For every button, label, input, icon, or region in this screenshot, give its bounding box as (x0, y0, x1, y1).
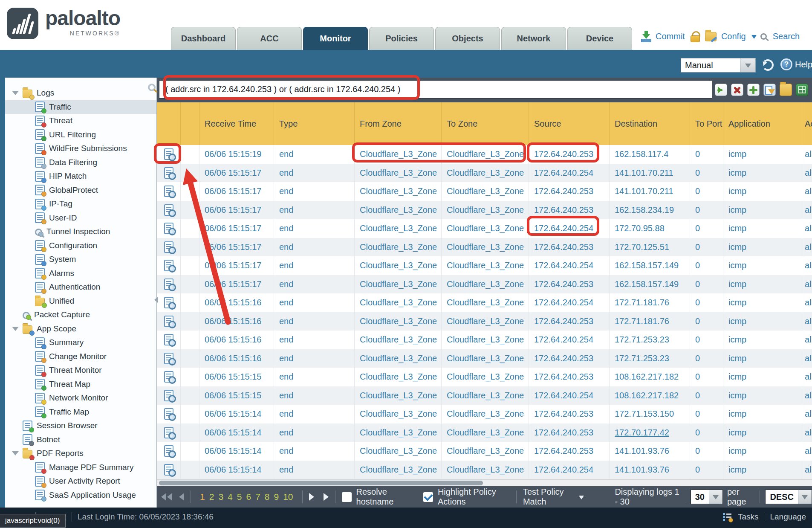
receive-time-cell[interactable]: 06/06 15:15:17 (199, 219, 274, 238)
receive-time-cell[interactable]: 06/06 15:15:16 (199, 331, 274, 349)
to-port-cell[interactable]: 0 (690, 386, 723, 405)
to-zone-cell[interactable]: Cloudflare_L3_Zone (442, 461, 529, 479)
log-detail-icon[interactable] (164, 223, 173, 234)
next-page-button[interactable] (309, 493, 314, 501)
action-cell[interactable]: allow (802, 219, 812, 238)
application-cell[interactable]: icmp (723, 219, 802, 238)
destination-cell[interactable]: 108.162.217.182 (610, 386, 690, 405)
action-cell[interactable]: allow (802, 238, 812, 257)
source-cell[interactable]: 172.64.240.253 (529, 182, 610, 201)
source-cell[interactable]: 172.64.240.253 (529, 145, 610, 164)
action-cell[interactable]: allow (802, 349, 812, 368)
expand-triangle-icon[interactable] (12, 327, 19, 331)
to-zone-cell[interactable]: Cloudflare_L3_Zone (442, 164, 529, 183)
receive-time-cell[interactable]: 06/06 15:15:15 (199, 368, 274, 386)
application-cell[interactable]: icmp (723, 238, 802, 257)
search-button[interactable]: Search (773, 32, 800, 41)
page-number-2[interactable]: 2 (208, 492, 216, 502)
config-button[interactable]: Config (721, 32, 746, 41)
application-cell[interactable]: icmp (723, 331, 802, 349)
add-filter-icon[interactable] (747, 84, 760, 96)
to-zone-cell[interactable]: Cloudflare_L3_Zone (442, 293, 529, 312)
column-header-action[interactable]: Action (802, 102, 812, 145)
help-icon[interactable] (780, 58, 792, 70)
log-detail-icon[interactable] (164, 408, 173, 420)
log-detail-icon[interactable] (164, 148, 173, 160)
destination-cell[interactable]: 108.162.217.182 (610, 368, 690, 386)
from-zone-cell[interactable]: Cloudflare_L3_Zone (355, 256, 442, 275)
sort-order-dropdown-button[interactable] (798, 490, 812, 504)
refresh-icon[interactable] (762, 59, 774, 71)
sidebar-item-summary[interactable]: Summary (5, 336, 156, 350)
highlight-policy-actions-checkbox[interactable] (423, 492, 433, 502)
log-detail-icon[interactable] (164, 167, 173, 179)
destination-cell[interactable]: 172.71.153.150 (610, 405, 690, 424)
to-port-cell[interactable]: 0 (690, 256, 723, 275)
sidebar-item-packet-capture[interactable]: Packet Capture (5, 308, 156, 322)
action-cell[interactable]: allow (802, 256, 812, 275)
page-number-9[interactable]: 9 (272, 492, 281, 502)
type-cell[interactable]: end (274, 164, 355, 183)
from-zone-cell[interactable]: Cloudflare_L3_Zone (355, 461, 442, 479)
filter-query-input[interactable]: ( addr.src in 172.64.240.253 ) or ( addr… (159, 80, 712, 99)
type-cell[interactable]: end (274, 201, 355, 220)
type-cell[interactable]: end (274, 293, 355, 312)
from-zone-cell[interactable]: Cloudflare_L3_Zone (355, 312, 442, 331)
to-port-cell[interactable]: 0 (690, 442, 723, 461)
tab-dashboard[interactable]: Dashboard (171, 27, 236, 50)
destination-cell[interactable]: 141.101.70.211 (610, 164, 690, 183)
tasks-button[interactable]: Tasks (738, 512, 759, 522)
column-header-to-zone[interactable]: To Zone (442, 102, 529, 145)
from-zone-cell[interactable]: Cloudflare_L3_Zone (355, 182, 442, 201)
sidebar-item-threat-monitor[interactable]: Threat Monitor (5, 363, 156, 377)
page-number-5[interactable]: 5 (235, 492, 244, 502)
to-port-cell[interactable]: 0 (690, 368, 723, 386)
to-zone-cell[interactable]: Cloudflare_L3_Zone (442, 331, 529, 349)
expand-triangle-icon[interactable] (12, 91, 19, 95)
action-cell[interactable]: allow (802, 424, 812, 442)
to-zone-cell[interactable]: Cloudflare_L3_Zone (442, 275, 529, 294)
to-zone-cell[interactable]: Cloudflare_L3_Zone (442, 405, 529, 424)
destination-cell[interactable]: 141.101.93.76 (610, 461, 690, 479)
action-cell[interactable]: allow (802, 293, 812, 312)
source-cell[interactable]: 172.64.240.254 (529, 219, 610, 238)
receive-time-cell[interactable]: 06/06 15:15:17 (199, 201, 274, 220)
type-cell[interactable]: end (274, 368, 355, 386)
page-number-4[interactable]: 4 (226, 492, 234, 502)
tab-policies[interactable]: Policies (369, 27, 434, 50)
from-zone-cell[interactable]: Cloudflare_L3_Zone (355, 349, 442, 368)
highlight-policy-actions-label[interactable]: Highlight Policy Actions (438, 487, 510, 507)
application-cell[interactable]: icmp (723, 182, 802, 201)
log-detail-icon[interactable] (164, 334, 173, 345)
refresh-mode-select[interactable]: Manual (681, 58, 756, 73)
application-cell[interactable]: icmp (723, 293, 802, 312)
to-zone-cell[interactable]: Cloudflare_L3_Zone (442, 386, 529, 405)
sidebar-item-logs[interactable]: Logs (5, 86, 156, 100)
action-cell[interactable]: allow (802, 461, 812, 479)
receive-time-cell[interactable]: 06/06 15:15:14 (199, 405, 274, 424)
column-header-type[interactable]: Type (274, 102, 355, 145)
application-cell[interactable]: icmp (723, 424, 802, 442)
action-cell[interactable]: allow (802, 331, 812, 349)
sidebar-item-session-browser[interactable]: Session Browser (5, 419, 156, 433)
to-port-cell[interactable]: 0 (690, 349, 723, 368)
sidebar-item-authentication[interactable]: Authentication (5, 280, 156, 294)
to-zone-cell[interactable]: Cloudflare_L3_Zone (442, 312, 529, 331)
from-zone-cell[interactable]: Cloudflare_L3_Zone (355, 442, 442, 461)
source-cell[interactable]: 172.64.240.254 (529, 331, 610, 349)
to-zone-cell[interactable]: Cloudflare_L3_Zone (442, 256, 529, 275)
to-zone-cell[interactable]: Cloudflare_L3_Zone (442, 201, 529, 220)
destination-cell[interactable]: 172.71.181.76 (610, 293, 690, 312)
action-cell[interactable]: allow (802, 275, 812, 294)
destination-cell[interactable]: 162.158.234.19 (610, 201, 690, 220)
type-cell[interactable]: end (274, 405, 355, 424)
scrollbar-thumb[interactable] (159, 481, 483, 485)
sidebar-item-data-filtering[interactable]: Data Filtering (5, 156, 156, 170)
type-cell[interactable]: end (274, 349, 355, 368)
source-cell[interactable]: 172.64.240.253 (529, 405, 610, 424)
type-cell[interactable]: end (274, 145, 355, 164)
to-port-cell[interactable]: 0 (690, 424, 723, 442)
page-number-1[interactable]: 1 (198, 492, 207, 502)
to-port-cell[interactable]: 0 (690, 238, 723, 257)
column-header-destination[interactable]: Destination (610, 102, 690, 145)
